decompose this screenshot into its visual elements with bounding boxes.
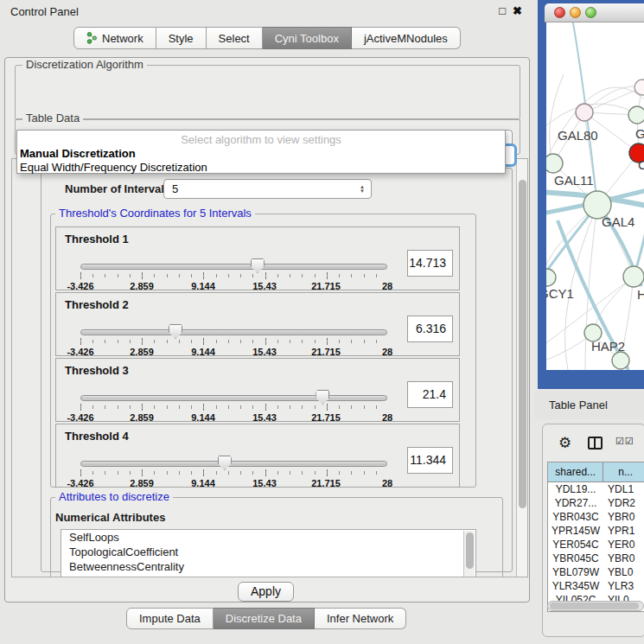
tab-impute-data[interactable]: Impute Data — [126, 608, 214, 629]
network-icon — [86, 32, 98, 44]
tab-network[interactable]: Network — [73, 27, 156, 49]
list-scrollbar[interactable] — [463, 531, 475, 577]
float-icon[interactable]: □ — [499, 4, 506, 17]
slider-thumb[interactable] — [251, 258, 265, 273]
network-node[interactable] — [546, 154, 563, 173]
slider-track[interactable] — [80, 461, 387, 467]
threshold-3-panel: Threshold 3 -3.426 2.859 9.144 15.43 21.… — [55, 358, 460, 422]
tab-cyni-toolbox[interactable]: Cyni Toolbox — [263, 27, 352, 49]
tab-jactivemnodules[interactable]: jActiveMNodules — [352, 27, 461, 49]
threshold-4-slider[interactable]: -3.426 2.859 9.144 15.43 21.715 28 — [80, 459, 388, 487]
stepper-arrows-icon: ▲▼ — [360, 185, 365, 194]
table-row[interactable]: YLR345WYLR3 — [548, 579, 644, 593]
cyni-toolbox-panel: Discretization Algorithm Table Data galF… — [4, 57, 530, 603]
node-label: GAL4 — [602, 214, 634, 229]
slider-track[interactable] — [80, 264, 387, 270]
column-header-shared[interactable]: shared... — [548, 462, 603, 482]
table-row[interactable]: YPR145WYPR1 — [548, 524, 644, 538]
threshold-1-value[interactable]: 14.713 — [407, 250, 453, 277]
node-label: C — [638, 157, 644, 172]
threshold-3-slider[interactable]: -3.426 2.859 9.144 15.43 21.715 28 — [80, 393, 388, 421]
table-panel-titlebar: Table Panel — [534, 391, 644, 419]
close-window-button[interactable] — [554, 7, 565, 18]
list-item[interactable]: SelfLoops — [61, 530, 475, 545]
gear-icon[interactable]: ⚙ — [558, 434, 571, 452]
num-intervals-combobox[interactable]: 5 ▲▼ — [163, 179, 372, 199]
table-row[interactable]: YBR043CYBR0 — [548, 510, 644, 524]
threshold-2-value[interactable]: 6.316 — [407, 316, 453, 342]
tab-style[interactable]: Style — [156, 27, 207, 49]
zoom-window-button[interactable] — [585, 7, 596, 18]
discretization-algorithm-label: Discretization Algorithm — [22, 59, 147, 71]
network-node[interactable] — [623, 266, 644, 287]
network-view-window: GAL80 GA C GAL11 GAL4 GCY1 HI HAP2 — [538, 0, 644, 389]
node-label: GAL80 — [558, 128, 598, 143]
network-node[interactable] — [576, 104, 593, 121]
node-label: HAP2 — [591, 339, 625, 354]
node-label: HI — [637, 287, 644, 302]
list-item[interactable]: TopologicalCoefficient — [61, 545, 475, 559]
table-row[interactable]: YBL079WYBL0 — [548, 565, 644, 579]
threshold-2-slider[interactable]: -3.426 2.859 9.144 15.43 21.715 28 — [80, 328, 388, 355]
slider-thumb[interactable] — [169, 324, 182, 339]
scrollbar-thumb[interactable] — [519, 180, 526, 508]
numerical-attributes-list: SelfLoops TopologicalCoefficient Between… — [61, 529, 476, 577]
threshold-4-panel: Threshold 4 -3.426 2.859 9.144 15.43 21.… — [55, 424, 460, 488]
bottom-tab-bar: Impute Data Discretize Data Infer Networ… — [126, 608, 406, 629]
thresholds-label: Threshold's Coordinates for 5 Intervals — [55, 207, 255, 220]
table-row[interactable]: YDR27...YDR2 — [548, 496, 644, 510]
slider-track[interactable] — [80, 329, 387, 335]
discretization-algorithm-group — [15, 65, 520, 120]
table-row[interactable]: YDL19...YDL1 — [548, 482, 644, 496]
option-equal-width-frequency[interactable]: Equal Width/Frequency Discretization — [20, 161, 207, 174]
threshold-1-slider[interactable]: -3.426 2.859 9.144 15.43 21.715 28 — [80, 262, 388, 290]
columns-icon[interactable] — [588, 437, 603, 450]
slider-track[interactable] — [80, 395, 387, 401]
threshold-4-value[interactable]: 11.344 — [407, 447, 453, 474]
node-table: shared... n... YDL19...YDL1 YDR27...YDR2… — [547, 462, 644, 612]
scrollbar-thumb[interactable] — [550, 603, 639, 609]
tab-infer-network[interactable]: Infer Network — [315, 608, 406, 629]
threshold-3-value[interactable]: 21.4 — [407, 381, 453, 408]
control-panel: Control Panel □ ✖ Network Style Select C… — [0, 0, 534, 644]
option-manual-discretization[interactable]: Manual Discretization — [20, 147, 136, 160]
column-header-name[interactable]: n... — [603, 462, 644, 482]
attributes-label: Attributes to discretize — [55, 491, 173, 503]
tab-discretize-data[interactable]: Discretize Data — [214, 608, 315, 629]
table-horizontal-scrollbar[interactable] — [547, 601, 644, 611]
control-panel-titlebar: Control Panel □ ✖ — [0, 0, 534, 23]
table-toolbar: ⚙ ☑☑ — [543, 433, 644, 456]
threshold-1-label: Threshold 1 — [65, 233, 129, 245]
settings-scrollbar[interactable] — [516, 159, 527, 577]
table-data-label: Table Data — [22, 112, 83, 124]
threshold-3-label: Threshold 3 — [65, 364, 129, 377]
table-row[interactable]: YER054CYER0 — [548, 538, 644, 552]
num-intervals-label: Number of Intervals — [65, 182, 170, 195]
minimize-window-button[interactable] — [570, 7, 581, 18]
algorithm-placeholder: Select algorithm to view settings — [17, 133, 505, 146]
network-node[interactable] — [612, 352, 629, 369]
node-label: GA — [635, 126, 644, 141]
table-panel: ⚙ ☑☑ shared... n... YDL19...YDL1 YDR27..… — [542, 424, 644, 637]
list-item[interactable]: BetweennessCentrality — [61, 559, 475, 574]
network-node[interactable] — [546, 269, 556, 286]
algorithm-dropdown-popup: Select algorithm to view settings Manual… — [16, 130, 506, 174]
tab-select[interactable]: Select — [207, 27, 263, 49]
network-window-titlebar[interactable] — [545, 3, 644, 22]
panel-title: Control Panel — [10, 5, 79, 18]
node-label: GCY1 — [546, 286, 574, 301]
close-icon[interactable]: ✖ — [513, 4, 522, 17]
slider-thumb[interactable] — [218, 456, 232, 470]
network-node[interactable] — [634, 80, 644, 95]
threshold-2-label: Threshold 2 — [65, 298, 129, 311]
apply-button[interactable]: Apply — [238, 582, 294, 602]
slider-thumb[interactable] — [316, 390, 329, 405]
table-panel-title: Table Panel — [549, 399, 608, 411]
network-canvas[interactable]: GAL80 GA C GAL11 GAL4 GCY1 HI HAP2 — [546, 22, 644, 370]
settings-viewport: Interval Definition Number of Intervals … — [11, 158, 528, 577]
select-columns-icons[interactable]: ☑☑ — [615, 436, 634, 447]
network-node[interactable] — [628, 106, 644, 124]
tab-network-label: Network — [102, 32, 143, 45]
numerical-attributes-label: Numerical Attributes — [55, 511, 165, 524]
table-row[interactable]: YBR045CYBR0 — [548, 552, 644, 565]
